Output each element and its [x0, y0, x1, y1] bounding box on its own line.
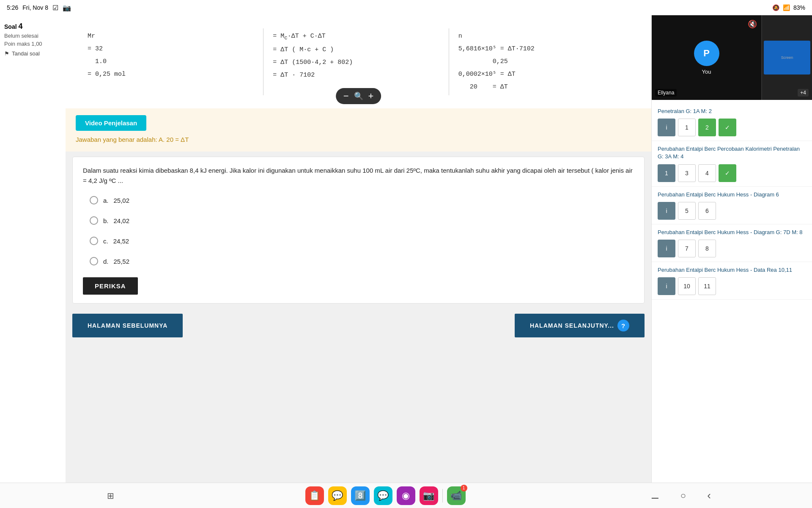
grid-icon[interactable]: ⊞: [101, 486, 120, 505]
nav-tile-3-1[interactable]: 7: [678, 240, 696, 257]
lesson-item-2: Perubahan Entalpi Berc Hukum Hess - Diag…: [652, 187, 812, 224]
battery-display: 83%: [793, 4, 805, 11]
option-item-2[interactable]: c. 24,52: [83, 232, 634, 250]
option-label-0: a.: [103, 197, 109, 204]
nav-tile-4-2[interactable]: 11: [698, 277, 716, 295]
nav-tile-0-0[interactable]: i: [658, 119, 675, 136]
plus-count-badge: +4: [798, 89, 809, 97]
participant-avatar: P: [694, 41, 719, 66]
date-display: Fri, Nov 8: [22, 4, 48, 11]
lesson-nav-grid-0: i12✓: [658, 119, 806, 136]
lesson-title-2: Perubahan Entalpi Berc Hukum Hess - Diag…: [658, 191, 806, 199]
messenger-app-icon[interactable]: 💬: [328, 486, 347, 505]
right-sidebar: P You 🔇 Screen Ellyana +4 Penetralan G: …: [651, 15, 812, 483]
option-item-3[interactable]: d. 25,52: [83, 252, 634, 271]
lesson-title-1: Perubahan Entalpi Berc Percobaan Kalorim…: [658, 145, 806, 160]
lesson-item-3: Perubahan Entalpi Berc Hukum Hess - Diag…: [652, 224, 812, 262]
nav-tile-0-3[interactable]: ✓: [719, 119, 736, 136]
option-radio-2[interactable]: [90, 237, 98, 245]
nav-tile-1-0[interactable]: 1: [658, 164, 675, 182]
wifi-icon: 📶: [783, 4, 790, 11]
nav-tile-0-1[interactable]: 1: [678, 119, 696, 136]
thumbnail-video: Screen Ellyana +4: [761, 15, 812, 100]
nav-tile-4-1[interactable]: 10: [678, 277, 696, 295]
nav-tile-2-2[interactable]: 6: [698, 202, 716, 220]
option-value-3: 25,52: [114, 258, 130, 265]
lesson-nav-grid-4: i1011: [658, 277, 806, 295]
question-text: Dalam suatu reaksi kimia dibebaskan 8,4 …: [73, 157, 644, 191]
nav-tile-3-2[interactable]: 8: [698, 240, 716, 257]
lesson-nav-grid-3: i78: [658, 240, 806, 257]
option-item-0[interactable]: a. 25,02: [83, 191, 634, 210]
lesson-nav-grid-1: 134✓: [658, 164, 806, 182]
camera-app-icon[interactable]: 📷: [420, 486, 438, 505]
option-radio-1[interactable]: [90, 216, 98, 225]
home-button[interactable]: ○: [680, 490, 686, 501]
divider: [442, 489, 443, 502]
option-radio-3[interactable]: [90, 257, 98, 265]
chat-app-icon[interactable]: 💬: [374, 486, 392, 505]
prev-page-button[interactable]: HALAMAN SEBELUMNYA: [72, 314, 183, 337]
nav-tile-2-0[interactable]: i: [658, 202, 675, 220]
next-page-button[interactable]: HALAMAN SELANJUTNY... ?: [515, 314, 645, 337]
left-sidebar: Soal 4 Belum selesai Poin maks 1,00 ⚑ Ta…: [0, 15, 66, 483]
swirl-app-icon[interactable]: ◉: [397, 486, 415, 505]
bottom-nav: HALAMAN SEBELUMNYA HALAMAN SELANJUTNY...…: [66, 309, 651, 342]
back-button[interactable]: ‹: [707, 489, 711, 502]
help-button[interactable]: ?: [617, 320, 629, 331]
main-video: P You 🔇: [652, 15, 761, 100]
question-card: Dalam suatu reaksi kimia dibebaskan 8,4 …: [72, 157, 645, 304]
status-bar: 5:26 Fri, Nov 8 ☑ 📷 🔕 📶 83%: [0, 0, 812, 15]
time-display: 5:26: [7, 4, 18, 11]
option-value-2: 24,52: [113, 237, 129, 245]
option-value-0: 25,02: [114, 197, 130, 204]
periksa-button[interactable]: PERIKSA: [83, 277, 138, 295]
lesson-title-3: Perubahan Entalpi Berc Hukum Hess - Diag…: [658, 229, 806, 236]
app-icons-row: 📋 💬 8️⃣ 💬 ◉ 📷 📹 1: [305, 486, 466, 505]
lesson-list: Penetralan G: 1A M: 2i12✓Perubahan Ental…: [652, 100, 812, 303]
option-value-1: 24,02: [114, 217, 130, 224]
ellyana-label: Ellyana: [655, 89, 677, 97]
participant-name: You: [702, 69, 711, 75]
option-radio-0[interactable]: [90, 196, 98, 204]
option-label-2: c.: [103, 237, 108, 245]
video-penjelasan-button[interactable]: Video Penjelasan: [76, 115, 146, 131]
android-bottom-bar: ⊞ 📋 💬 8️⃣ 💬 ◉ 📷 📹 1 ⚊ ○ ‹: [0, 483, 812, 508]
meet-badge: 1: [461, 485, 467, 491]
option-label-3: d.: [103, 258, 109, 265]
jawaban-text: Jawaban yang benar adalah: A. 20 = ΔT: [76, 136, 641, 143]
lesson-title-4: Perubahan Entalpi Berc Hukum Hess - Data…: [658, 266, 806, 274]
nav-tile-1-1[interactable]: 3: [678, 164, 696, 182]
math-col-1: Mr = 32 1.0 = 0,25 mol: [82, 28, 263, 95]
nav-tile-0-2[interactable]: 2: [698, 119, 716, 136]
badge8-app-icon[interactable]: 8️⃣: [351, 486, 370, 505]
nav-tile-4-0[interactable]: i: [658, 277, 675, 295]
zoom-controls: − 🔍 +: [336, 88, 381, 104]
lesson-item-0: Penetralan G: 1A M: 2i12✓: [652, 103, 812, 141]
whiteboard-area: Mr = 32 1.0 = 0,25 mol = Mc·ΔT + C·ΔT = …: [66, 15, 651, 108]
nav-tile-1-3[interactable]: ✓: [719, 164, 736, 182]
mute-icon: 🔕: [772, 4, 779, 11]
checkbox-icon: ☑: [52, 4, 58, 12]
zoom-out-button[interactable]: −: [343, 91, 349, 102]
mic-off-icon: 🔇: [748, 19, 757, 29]
nav-tile-3-0[interactable]: i: [658, 240, 675, 257]
tandai-soal-button[interactable]: ⚑ Tandai soal: [4, 50, 61, 57]
android-nav-buttons: ⚊ ○ ‹: [651, 489, 711, 502]
lesson-item-4: Perubahan Entalpi Berc Hukum Hess - Data…: [652, 262, 812, 300]
meet-app-icon[interactable]: 📹 1: [447, 486, 466, 505]
flag-icon: ⚑: [4, 50, 9, 57]
recents-button[interactable]: ⚊: [651, 490, 659, 501]
option-item-1[interactable]: b. 24,02: [83, 211, 634, 230]
nav-tile-1-2[interactable]: 4: [698, 164, 716, 182]
soal-label: Soal 4: [4, 22, 61, 31]
video-call-area: P You 🔇 Screen Ellyana +4: [652, 15, 812, 100]
zoom-in-button[interactable]: +: [368, 91, 374, 102]
math-col-2: = Mc·ΔT + C·ΔT = ΔT ( M·c + C ) = ΔT (15…: [268, 28, 449, 95]
classroom-app-icon[interactable]: 📋: [305, 486, 324, 505]
option-label-1: b.: [103, 217, 109, 224]
nav-tile-2-1[interactable]: 5: [678, 202, 696, 220]
lesson-title-0: Penetralan G: 1A M: 2: [658, 108, 806, 115]
lesson-nav-grid-2: i56: [658, 202, 806, 220]
poin-maks: Poin maks 1,00: [4, 41, 61, 47]
